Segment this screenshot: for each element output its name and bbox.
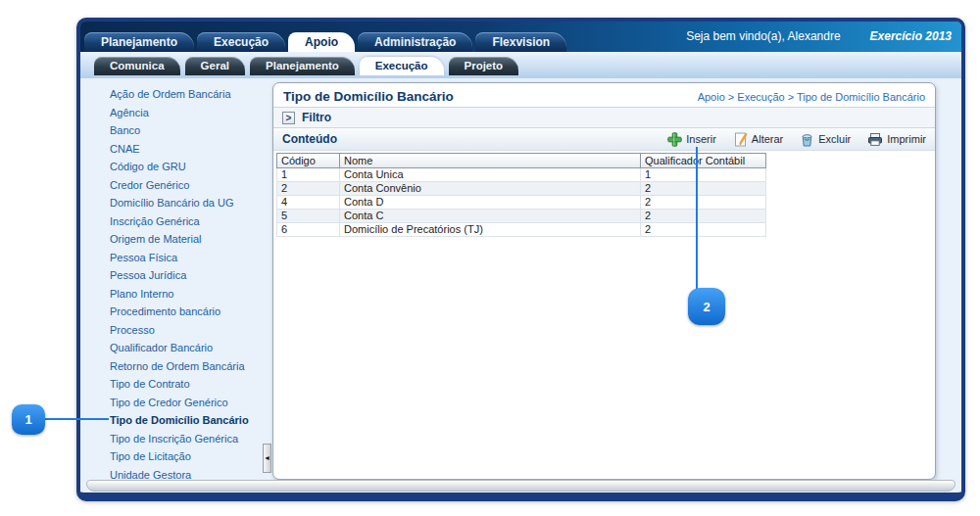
panel-header: Tipo de Domicílio Bancário Apoio > Execu… (273, 83, 935, 108)
main-tab-administracao[interactable]: Administração (358, 32, 472, 52)
table-cell: 2 (641, 210, 766, 223)
sub-tab-execucao[interactable]: Execução (360, 57, 444, 75)
column-header-qualificador-contabil[interactable]: Qualificador Contábil (641, 154, 766, 168)
table-row[interactable]: 1Conta Unica1 (277, 168, 766, 182)
excluir-button-label: Excluir (818, 133, 851, 145)
main-tab-bar: PlanejamentoExecuçãoApoioAdministraçãoFl… (84, 32, 569, 52)
table-row[interactable]: 2Conta Convênio2 (277, 182, 766, 196)
imprimir-button[interactable]: Imprimir (867, 132, 926, 147)
table-header-row: CódigoNomeQualificador Contábil (277, 154, 766, 168)
sidebar-item-tipo-de-licitacao[interactable]: Tipo de Licitação (110, 447, 269, 466)
column-header-nome[interactable]: Nome (340, 154, 641, 168)
main-tab-execucao[interactable]: Execução (197, 32, 285, 52)
table-cell: Conta D (340, 196, 641, 210)
inserir-button-label: Inserir (686, 133, 716, 145)
page-title: Tipo de Domicílio Bancário (283, 89, 454, 104)
sidebar-item-pessoa-fisica[interactable]: Pessoa Física (110, 249, 269, 267)
welcome-text: Seja bem vindo(a), Alexandre (686, 29, 840, 43)
alterar-button-label: Alterar (752, 133, 783, 145)
imprimir-button-label: Imprimir (887, 133, 926, 145)
sidebar-menu: Ação de Ordem BancáriaAgênciaBancoCNAECó… (80, 78, 269, 493)
sidebar-item-retorno-de-ordem-bancaria[interactable]: Retorno de Ordem Bancária (110, 357, 269, 376)
application-window: PlanejamentoExecuçãoApoioAdministraçãoFl… (76, 18, 965, 501)
data-table: CódigoNomeQualificador Contábil 1Conta U… (276, 153, 766, 237)
main-tab-flexvision[interactable]: Flexvision (475, 32, 566, 52)
sub-navigation-bar: ComunicaGeralPlanejamentoExecuçãoProjeto (80, 52, 961, 78)
sidebar-item-codigo-de-gru[interactable]: Código de GRU (110, 158, 269, 176)
filter-bar: > Filtro (273, 108, 935, 128)
sidebar-item-tipo-de-domicilio-bancario[interactable]: Tipo de Domicílio Bancário (110, 411, 269, 430)
sub-tab-geral[interactable]: Geral (185, 57, 245, 75)
inserir-button[interactable]: Inserir (667, 132, 716, 147)
content-panel: Tipo de Domicílio Bancário Apoio > Execu… (272, 82, 936, 480)
sidebar-item-origem-de-material[interactable]: Origem de Material (110, 230, 269, 249)
callout-2-connector-line (696, 147, 698, 289)
table-cell: Domicílio de Precatórios (TJ) (340, 223, 641, 237)
window-bottom-bezel (86, 480, 956, 492)
content-toolbar: Conteúdo InserirAlterarExcluirImprimir (273, 128, 935, 151)
sub-tab-comunica[interactable]: Comunica (94, 57, 180, 75)
sub-tab-bar: ComunicaGeralPlanejamentoExecuçãoProjeto (94, 57, 523, 75)
sidebar-item-qualificador-bancario[interactable]: Qualificador Bancário (110, 339, 269, 357)
sidebar-item-credor-generico[interactable]: Credor Genérico (110, 176, 269, 195)
sidebar-item-tipo-de-inscricao-generica[interactable]: Tipo de Inscrição Genérica (110, 430, 269, 448)
sidebar-collapse-handle[interactable]: ◄ (263, 444, 271, 473)
sidebar-item-domicilio-bancario-da-ug[interactable]: Domicílio Bancário da UG (110, 194, 269, 212)
sidebar-item-banco[interactable]: Banco (110, 121, 269, 140)
session-info: Seja bem vindo(a), Alexandre Exercício 2… (686, 29, 952, 43)
callout-badge-2: 2 (688, 288, 725, 325)
sidebar-item-processo[interactable]: Processo (110, 321, 269, 340)
sidebar-item-list: Ação de Ordem BancáriaAgênciaBancoCNAECó… (80, 78, 269, 484)
main-tab-apoio[interactable]: Apoio (288, 32, 355, 52)
table-cell: 2 (277, 182, 340, 196)
main-area: Ação de Ordem BancáriaAgênciaBancoCNAECó… (80, 78, 961, 493)
sidebar-item-cnae[interactable]: CNAE (110, 140, 269, 159)
sidebar-item-agencia[interactable]: Agência (110, 104, 269, 122)
table-body: 1Conta Unica12Conta Convênio24Conta D25C… (277, 168, 766, 237)
table-cell: 2 (641, 196, 766, 210)
table-cell: Conta Convênio (340, 182, 641, 196)
sidebar-item-tipo-de-credor-generico[interactable]: Tipo de Credor Genérico (110, 394, 269, 412)
delete-trash-icon (800, 132, 814, 147)
sidebar-item-procedimento-bancario[interactable]: Procedimento bancário (110, 303, 269, 321)
sidebar-item-plano-interno[interactable]: Plano Interno (110, 285, 269, 304)
main-tab-planejamento[interactable]: Planejamento (84, 32, 194, 52)
insert-plus-icon (667, 132, 682, 147)
filter-label: Filtro (302, 111, 331, 124)
table-row[interactable]: 5Conta C2 (277, 210, 766, 223)
edit-pencil-icon (733, 132, 748, 147)
top-navigation-bar: PlanejamentoExecuçãoApoioAdministraçãoFl… (80, 22, 961, 52)
sidebar-item-acao-de-ordem-bancaria[interactable]: Ação de Ordem Bancária (110, 85, 269, 104)
column-header-codigo[interactable]: Código (277, 154, 340, 168)
sidebar-item-tipo-de-contrato[interactable]: Tipo de Contrato (110, 375, 269, 394)
table-cell: 4 (277, 196, 340, 210)
sub-tab-planejamento[interactable]: Planejamento (250, 57, 355, 75)
table-cell: 2 (641, 182, 766, 196)
breadcrumb[interactable]: Apoio > Execução > Tipo de Domicílio Ban… (698, 89, 925, 103)
table-row[interactable]: 6Domicílio de Precatórios (TJ)2 (277, 223, 766, 237)
callout-1-connector-line (44, 418, 109, 420)
sub-tab-projeto[interactable]: Projeto (449, 57, 519, 75)
sidebar-item-pessoa-juridica[interactable]: Pessoa Jurídica (110, 266, 269, 285)
sidebar-item-inscricao-generica[interactable]: Inscrição Genérica (110, 212, 269, 231)
print-printer-icon (867, 132, 883, 147)
table-cell: 1 (277, 168, 340, 182)
alterar-button[interactable]: Alterar (733, 132, 783, 147)
table-row[interactable]: 4Conta D2 (277, 196, 766, 210)
table-cell: Conta C (340, 210, 641, 223)
exercise-year-label: Exercício 2013 (870, 29, 952, 43)
excluir-button[interactable]: Excluir (800, 132, 851, 147)
callout-badge-1: 1 (12, 404, 45, 435)
table-cell: 2 (641, 223, 766, 237)
toolbar-buttons: InserirAlterarExcluirImprimir (667, 132, 926, 147)
table-cell: 6 (277, 223, 340, 237)
section-label: Conteúdo (282, 132, 667, 146)
table-cell: 1 (641, 168, 766, 182)
table-cell: 5 (277, 210, 340, 223)
filter-expand-button[interactable]: > (282, 112, 295, 124)
table-cell: Conta Unica (340, 168, 641, 182)
